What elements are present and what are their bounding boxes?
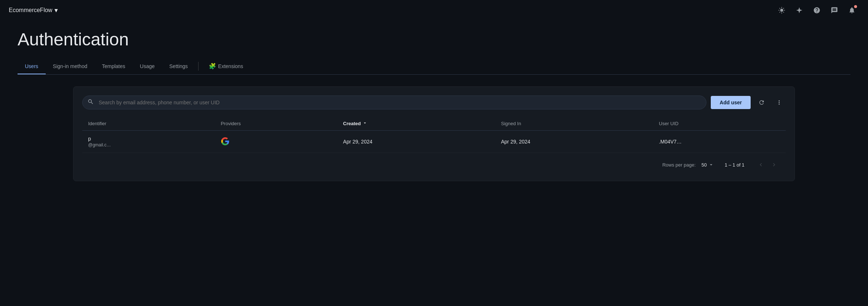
search-container: [82, 96, 706, 109]
sparkle-button[interactable]: [792, 3, 807, 18]
rows-dropdown-icon: [708, 162, 714, 168]
sort-descending-icon: [362, 120, 367, 127]
col-providers: Providers: [215, 117, 337, 131]
extensions-puzzle-icon: 🧩: [209, 63, 216, 70]
refresh-icon: [758, 99, 765, 106]
notification-dot: [854, 5, 857, 8]
search-input[interactable]: [82, 96, 706, 109]
notifications-button[interactable]: [845, 3, 859, 18]
cell-user-uid: .M04V7…: [653, 131, 786, 153]
col-created[interactable]: Created: [337, 117, 495, 131]
main-content: Add user Identifier Provi: [0, 75, 868, 193]
help-button[interactable]: [809, 3, 824, 18]
next-page-button[interactable]: [768, 159, 780, 171]
tab-users[interactable]: Users: [18, 59, 46, 74]
col-signed-in: Signed In: [495, 117, 653, 131]
more-options-button[interactable]: [773, 96, 786, 109]
cell-identifier: p @gmail.c…: [82, 131, 215, 153]
google-logo: [221, 137, 230, 146]
cell-providers: [215, 131, 337, 153]
pagination-range: 1 – 1 of 1: [720, 162, 749, 168]
col-identifier: Identifier: [82, 117, 215, 131]
pagination-row: Rows per page: 50 1 – 1 of 1: [82, 153, 786, 172]
table-header: Identifier Providers Created: [82, 117, 786, 131]
theme-toggle-button[interactable]: [774, 3, 789, 18]
tab-settings[interactable]: Settings: [162, 59, 195, 74]
search-actions-row: Add user: [82, 96, 786, 109]
top-nav-right: [774, 3, 859, 18]
project-name: EcommerceFlow: [9, 7, 52, 14]
chevron-left-icon: [758, 161, 764, 168]
users-table: Identifier Providers Created: [82, 117, 786, 153]
pagination-nav: [755, 159, 780, 171]
cell-created: Apr 29, 2024: [337, 131, 495, 153]
previous-page-button[interactable]: [755, 159, 767, 171]
google-provider-icon: [221, 137, 230, 146]
col-user-uid: User UID: [653, 117, 786, 131]
table-row[interactable]: p @gmail.c…: [82, 131, 786, 153]
more-vert-icon: [776, 99, 782, 106]
feedback-button[interactable]: [827, 3, 842, 18]
refresh-button[interactable]: [755, 96, 768, 109]
add-user-button[interactable]: Add user: [711, 96, 751, 109]
project-selector[interactable]: EcommerceFlow ▾: [9, 6, 58, 14]
chevron-down-icon: ▾: [54, 6, 58, 14]
cell-signed-in: Apr 29, 2024: [495, 131, 653, 153]
rows-per-page-select[interactable]: 50: [702, 162, 714, 168]
rows-per-page-label: Rows per page:: [662, 162, 695, 168]
tab-sign-in-method[interactable]: Sign-in method: [46, 59, 95, 74]
help-icon: [813, 7, 820, 14]
tab-templates[interactable]: Templates: [95, 59, 133, 74]
users-content-card: Add user Identifier Provi: [73, 86, 795, 181]
page-title: Authentication: [18, 29, 850, 49]
tab-divider: [198, 62, 199, 71]
chevron-right-icon: [771, 161, 777, 168]
page-header: Authentication Users Sign-in method Temp…: [0, 20, 868, 75]
sparkle-icon: [796, 7, 803, 14]
tab-usage[interactable]: Usage: [133, 59, 162, 74]
sun-icon: [778, 7, 785, 14]
tab-extensions[interactable]: 🧩 Extensions: [201, 58, 250, 75]
table-body: p @gmail.c…: [82, 131, 786, 153]
tabs-bar: Users Sign-in method Templates Usage Set…: [18, 58, 850, 75]
top-nav: EcommerceFlow ▾: [0, 0, 868, 20]
feedback-icon: [831, 7, 838, 14]
